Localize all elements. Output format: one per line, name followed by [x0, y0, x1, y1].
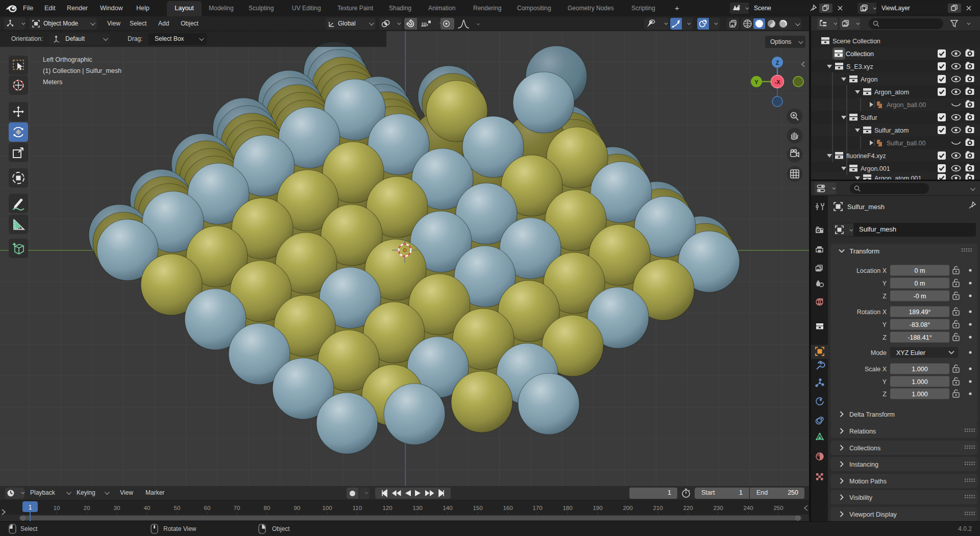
svg-text:-188.41°: -188.41° — [908, 334, 932, 341]
svg-text:90: 90 — [294, 505, 301, 511]
svg-text:S_E3.xyz: S_E3.xyz — [846, 63, 873, 70]
svg-text:Argon_atom: Argon_atom — [874, 89, 909, 96]
svg-text:120: 120 — [382, 505, 392, 511]
svg-text:Z: Z — [776, 60, 779, 66]
svg-text:Z: Z — [883, 293, 887, 300]
svg-text:Y: Y — [883, 321, 887, 328]
svg-text:Sulfur_ball.00: Sulfur_ball.00 — [887, 140, 925, 147]
svg-text:Scene Collection: Scene Collection — [832, 38, 880, 45]
svg-text:-83.08°: -83.08° — [910, 321, 930, 328]
svg-text:200: 200 — [623, 505, 632, 511]
svg-text:Delta Transform: Delta Transform — [849, 411, 895, 418]
svg-text:Z: Z — [883, 334, 887, 341]
svg-text:0 m: 0 m — [915, 280, 925, 287]
svg-text:Visibility: Visibility — [849, 494, 873, 501]
svg-text:Mode: Mode — [871, 349, 887, 356]
svg-text:210: 210 — [653, 505, 663, 511]
svg-text:Z: Z — [883, 391, 887, 398]
svg-text:fluorineF4.xyz: fluorineF4.xyz — [846, 152, 886, 160]
svg-text:80: 80 — [264, 505, 271, 511]
svg-text:Relations: Relations — [849, 428, 876, 435]
svg-text:10: 10 — [54, 505, 60, 511]
svg-text:20: 20 — [84, 505, 90, 511]
svg-text:-0 m: -0 m — [914, 293, 926, 300]
svg-text:1.000: 1.000 — [912, 378, 927, 386]
svg-text:250: 250 — [773, 505, 783, 511]
svg-text:Instancing: Instancing — [849, 461, 878, 468]
svg-text:30: 30 — [114, 505, 120, 511]
svg-text:60: 60 — [204, 505, 211, 511]
svg-text:230: 230 — [713, 505, 723, 511]
svg-text:Collections: Collections — [849, 444, 880, 451]
svg-text:Y: Y — [883, 280, 887, 287]
svg-text:1.000: 1.000 — [912, 391, 927, 398]
svg-text:70: 70 — [234, 505, 240, 511]
svg-text:220: 220 — [683, 505, 693, 511]
svg-text:Motion Paths: Motion Paths — [849, 477, 887, 484]
svg-text:Argon.001: Argon.001 — [861, 165, 890, 172]
svg-text:190: 190 — [593, 505, 602, 511]
svg-text:Y: Y — [883, 378, 887, 386]
svg-text:40: 40 — [144, 505, 151, 511]
svg-text:Sulfur: Sulfur — [861, 114, 877, 121]
svg-text:240: 240 — [743, 505, 753, 511]
svg-text:110: 110 — [353, 505, 362, 511]
svg-text:Scale X: Scale X — [865, 366, 887, 373]
svg-text:Argon: Argon — [861, 76, 877, 83]
svg-text:1.000: 1.000 — [912, 366, 927, 373]
svg-text:-X: -X — [775, 79, 781, 85]
svg-text:Y: Y — [754, 79, 758, 85]
svg-text:180: 180 — [562, 505, 572, 511]
svg-text:Location X: Location X — [856, 267, 887, 274]
svg-text:100: 100 — [322, 505, 332, 511]
svg-text:160: 160 — [503, 505, 512, 511]
svg-text:130: 130 — [412, 505, 422, 511]
svg-text:Sulfur_mesh: Sulfur_mesh — [847, 203, 885, 211]
svg-text:Argon_ball.00: Argon_ball.00 — [887, 101, 926, 109]
svg-text:50: 50 — [174, 505, 181, 511]
svg-text:XYZ Euler: XYZ Euler — [896, 349, 925, 356]
svg-text:Transform: Transform — [849, 247, 879, 255]
svg-text:Viewport Display: Viewport Display — [849, 511, 897, 518]
svg-text:Collection: Collection — [846, 50, 874, 58]
svg-text:189.49°: 189.49° — [909, 309, 930, 316]
svg-text:150: 150 — [473, 505, 482, 511]
svg-text:Argon_atom.001: Argon_atom.001 — [874, 175, 921, 180]
svg-text:170: 170 — [532, 505, 542, 511]
svg-text:1: 1 — [29, 504, 32, 511]
svg-text:140: 140 — [443, 505, 452, 511]
svg-text:Rotation X: Rotation X — [857, 309, 887, 316]
svg-text:0 m: 0 m — [915, 267, 925, 274]
svg-text:Sulfur_atom: Sulfur_atom — [874, 127, 909, 134]
